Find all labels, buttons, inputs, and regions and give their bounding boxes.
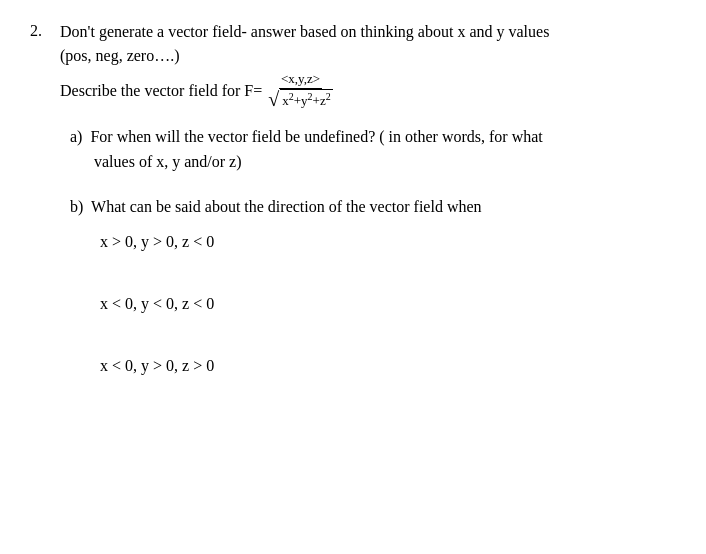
- sub-question-a: a) For when will the vector field be und…: [70, 125, 676, 175]
- question-line-1: Don't generate a vector field- answer ba…: [60, 20, 676, 44]
- fraction-numerator: <x,y,z>: [279, 70, 322, 89]
- condition-2: x < 0, y < 0, z < 0: [100, 292, 676, 316]
- formula-fraction: <x,y,z> √ x2+y2+z2: [266, 70, 334, 111]
- condition-3: x < 0, y > 0, z > 0: [100, 354, 676, 378]
- sub-b-line1: b) What can be said about the direction …: [70, 195, 676, 220]
- sub-question-b: b) What can be said about the direction …: [70, 195, 676, 378]
- sqrt-wrapper: √ x2+y2+z2: [268, 89, 332, 111]
- sub-a-line2: values of x, y and/or z): [94, 150, 676, 175]
- sub-b-label: b): [70, 198, 83, 215]
- sub-b-text1: What can be said about the direction of …: [91, 198, 482, 215]
- formula-prefix: Describe the vector field for F=: [60, 78, 262, 104]
- question-number: 2.: [30, 20, 60, 378]
- question-2: 2. Don't generate a vector field- answer…: [30, 20, 676, 378]
- question-content: Don't generate a vector field- answer ba…: [60, 20, 676, 378]
- sqrt-symbol: √: [268, 89, 279, 109]
- question-line-2: (pos, neg, zero….): [60, 44, 676, 68]
- sub-a-text1: For when will the vector field be undefi…: [90, 128, 542, 145]
- condition-1: x > 0, y > 0, z < 0: [100, 230, 676, 254]
- sub-a-line1: a) For when will the vector field be und…: [70, 125, 676, 150]
- page: 2. Don't generate a vector field- answer…: [0, 0, 706, 554]
- fraction-denominator: √ x2+y2+z2: [266, 89, 334, 111]
- sub-a-label: a): [70, 128, 82, 145]
- formula-line: Describe the vector field for F= <x,y,z>…: [60, 70, 676, 111]
- sqrt-content: x2+y2+z2: [280, 89, 332, 111]
